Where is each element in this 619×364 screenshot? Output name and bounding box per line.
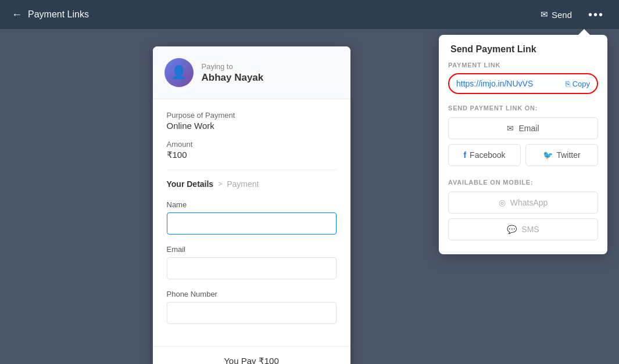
name-input[interactable] [167, 212, 337, 235]
you-pay-text: You Pay ₹100 [224, 356, 279, 364]
panel-arrow [578, 29, 590, 35]
header-right: ✉ Send ••• [535, 5, 607, 25]
amount-section: Amount ₹100 [167, 140, 337, 160]
amount-label: Amount [167, 140, 337, 149]
email-share-icon: ✉ [507, 124, 514, 133]
facebook-icon: f [463, 150, 466, 160]
panel-title: Send Payment Link [439, 35, 607, 62]
avatar: 👤 [164, 58, 194, 87]
twitter-share-button[interactable]: 🐦 Twitter [525, 144, 598, 166]
phone-field-group: Phone Number [167, 290, 337, 324]
social-share-row: f Facebook 🐦 Twitter [448, 144, 598, 166]
available-mobile-label: AVAILABLE ON MOBILE: [448, 179, 598, 186]
payment-card: 👤 Paying to Abhay Nayak Purpose of Payme… [153, 46, 350, 364]
email-input[interactable] [167, 257, 337, 279]
sms-button[interactable]: 💬 SMS [448, 218, 598, 240]
payment-link-section: PAYMENT LINK https://imjo.in/NUvVS ⎘ Cop… [439, 62, 607, 104]
purpose-section: Purpose of Payment Online Work [167, 111, 337, 131]
phone-label: Phone Number [167, 290, 337, 298]
paying-to-name: Abhay Nayak [202, 72, 264, 84]
facebook-share-button[interactable]: f Facebook [448, 144, 521, 166]
name-field-group: Name [167, 200, 337, 235]
whatsapp-button[interactable]: ◎ WhatsApp [448, 192, 598, 214]
email-label: Email [167, 245, 337, 254]
avatar-image: 👤 [164, 58, 194, 87]
twitter-icon: 🐦 [543, 150, 553, 160]
paying-to-info: Paying to Abhay Nayak [202, 62, 264, 84]
copy-button[interactable]: ⎘ Copy [566, 80, 590, 88]
sms-icon: 💬 [507, 225, 517, 234]
copy-icon: ⎘ [566, 80, 570, 88]
page-title: Payment Links [28, 9, 89, 20]
more-button[interactable]: ••• [585, 5, 607, 25]
app-header: ← Payment Links ✉ Send ••• [0, 0, 619, 29]
payment-link-url[interactable]: https://imjo.in/NUvVS [456, 79, 533, 88]
card-header: 👤 Paying to Abhay Nayak [153, 46, 350, 99]
mobile-section: AVAILABLE ON MOBILE: ◎ WhatsApp 💬 SMS [439, 179, 607, 254]
breadcrumb: Your Details > Payment [167, 179, 337, 189]
main-content: 👤 Paying to Abhay Nayak Purpose of Payme… [0, 29, 619, 364]
email-icon: ✉ [541, 9, 548, 20]
purpose-value: Online Work [167, 121, 337, 131]
divider [167, 170, 337, 170]
send-button[interactable]: ✉ Send [535, 6, 578, 23]
card-footer: You Pay ₹100 [153, 346, 350, 364]
send-on-label: SEND PAYMENT LINK ON: [448, 104, 598, 111]
email-field-group: Email [167, 245, 337, 279]
link-box: https://imjo.in/NUvVS ⎘ Copy [448, 73, 598, 94]
back-arrow-icon[interactable]: ← [12, 9, 22, 21]
phone-input[interactable] [167, 302, 337, 324]
card-body: Purpose of Payment Online Work Amount ₹1… [153, 99, 350, 346]
header-left: ← Payment Links [12, 9, 89, 21]
breadcrumb-active: Your Details [167, 179, 214, 189]
breadcrumb-inactive: Payment [227, 179, 259, 189]
breadcrumb-separator: > [218, 180, 222, 188]
paying-to-label: Paying to [202, 62, 264, 71]
payment-link-label: PAYMENT LINK [448, 62, 598, 69]
email-share-button[interactable]: ✉ Email [448, 117, 598, 139]
send-on-section: SEND PAYMENT LINK ON: ✉ Email f Facebook… [439, 104, 607, 179]
name-label: Name [167, 200, 337, 209]
whatsapp-icon: ◎ [499, 198, 506, 207]
amount-value: ₹100 [167, 150, 337, 160]
purpose-label: Purpose of Payment [167, 111, 337, 120]
more-icon: ••• [588, 8, 604, 21]
send-payment-panel: Send Payment Link PAYMENT LINK https://i… [439, 35, 607, 254]
